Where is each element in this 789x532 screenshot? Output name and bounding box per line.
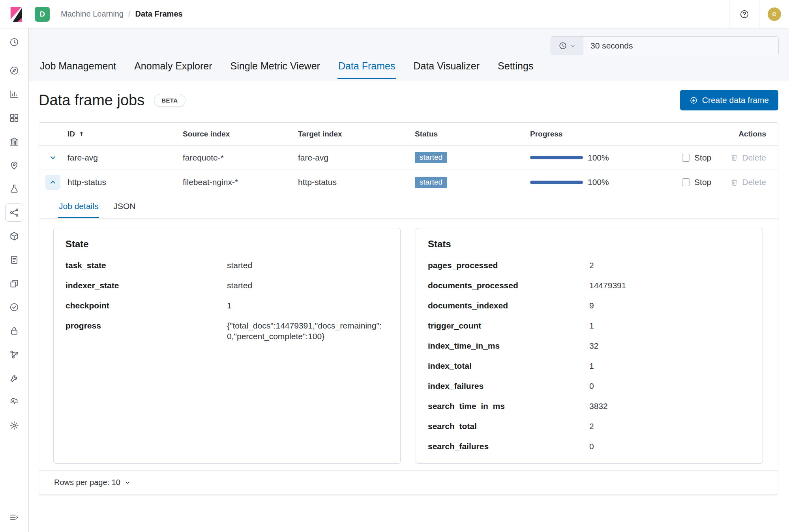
state-panel: State task_state started indexer_state s… [53, 228, 401, 464]
breadcrumb: Machine Learning / Data Frames [61, 9, 183, 19]
progress-bar [530, 181, 583, 184]
sidebar-item-maps[interactable] [5, 156, 23, 174]
table-header-row: ID Source index Target index Status Prog… [39, 123, 778, 146]
cell-progress: 100% [530, 153, 652, 162]
delete-label: Delete [742, 177, 766, 187]
column-header-source-index[interactable]: Source index [183, 130, 298, 138]
wrench-icon [9, 373, 19, 383]
collapse-nav-button[interactable] [5, 508, 23, 526]
stop-checkbox[interactable] [682, 154, 690, 162]
machine-learning-icon [9, 207, 19, 218]
expand-row-button[interactable] [45, 150, 60, 165]
kibana-logo-icon[interactable] [9, 7, 24, 22]
sidebar-item-siem[interactable] [5, 322, 23, 340]
refresh-interval-toggle[interactable] [551, 37, 583, 55]
chevron-up-icon [49, 178, 57, 186]
progress-percent: 100% [588, 153, 609, 162]
sidebar-item-discover[interactable] [5, 62, 23, 80]
breadcrumb-parent[interactable]: Machine Learning [61, 9, 124, 19]
sidebar-item-graph[interactable] [5, 345, 23, 364]
create-data-frame-button[interactable]: Create data frame [680, 90, 778, 110]
progress-bar [530, 156, 583, 159]
sidebar-item-canvas[interactable] [5, 133, 23, 151]
graph-nodes-icon [9, 349, 19, 360]
sidebar-item-uptime[interactable] [5, 298, 23, 316]
column-header-actions: Actions [652, 130, 778, 138]
refresh-interval-value[interactable]: 30 seconds [583, 37, 778, 55]
stats-row: trigger_count 1 [428, 315, 751, 336]
tab-data-frames[interactable]: Data Frames [337, 60, 396, 79]
tab-job-details[interactable]: Job details [58, 194, 99, 218]
breadcrumb-separator: / [128, 9, 131, 19]
cell-target-index: fare-avg [298, 153, 415, 162]
stop-label: Stop [694, 177, 711, 187]
stats-row: documents_processed 14479391 [428, 275, 751, 295]
column-header-progress[interactable]: Progress [530, 130, 652, 138]
collapse-menu-icon [9, 512, 19, 523]
check-circle-icon [9, 302, 19, 312]
help-menu-button[interactable] [729, 0, 759, 28]
stats-row: search_failures 0 [428, 436, 751, 456]
state-panel-title: State [66, 239, 388, 250]
sidebar-item-management[interactable] [5, 416, 23, 435]
chevron-down-icon [570, 43, 576, 49]
top-header-bar: D Machine Learning / Data Frames e [0, 0, 789, 28]
tab-anomaly-explorer[interactable]: Anomaly Explorer [133, 60, 213, 79]
user-avatar: e [768, 7, 781, 21]
sidebar-item-logs[interactable] [5, 251, 23, 269]
create-data-frame-label: Create data frame [702, 95, 769, 105]
stats-row: index_time_in_ms 32 [428, 336, 751, 356]
state-row: task_state started [66, 255, 388, 275]
sidebar-item-visualize[interactable] [5, 85, 23, 103]
stats-row: index_failures 0 [428, 376, 751, 396]
stop-checkbox[interactable] [682, 178, 690, 186]
cell-target-index: http-status [298, 177, 415, 187]
sidebar-item-dashboard[interactable] [5, 109, 23, 127]
delete-action[interactable]: Delete [730, 177, 766, 187]
sort-ascending-icon [78, 131, 85, 137]
sidebar-item-lens[interactable] [5, 180, 23, 198]
chevron-down-icon [124, 480, 131, 486]
stop-label: Stop [694, 153, 711, 162]
clock-icon [558, 41, 567, 50]
recently-viewed-button[interactable] [5, 33, 23, 51]
ml-nav-tabs: Job Management Anomaly Explorer Single M… [34, 60, 779, 79]
cell-actions: Stop Delete [652, 177, 778, 187]
table-row: fare-avg farequote-* fare-avg started 10… [39, 146, 778, 170]
bar-chart-icon [9, 89, 19, 99]
job-detail-panels: State task_state started indexer_state s… [39, 218, 778, 470]
document-icon [9, 255, 19, 265]
status-badge: started [415, 152, 447, 163]
top-strip: 30 seconds Job Management Anomaly Explor… [29, 28, 789, 81]
tab-settings[interactable]: Settings [497, 60, 534, 79]
collapse-row-button[interactable] [45, 175, 60, 190]
tab-json[interactable]: JSON [112, 194, 136, 218]
column-header-target-index[interactable]: Target index [298, 130, 415, 138]
super-date-picker: 30 seconds [551, 36, 779, 55]
sidebar-item-apm[interactable] [5, 274, 23, 293]
sidebar-item-monitoring[interactable] [5, 393, 23, 411]
rows-per-page-button[interactable]: Rows per page: 10 [39, 470, 778, 495]
delete-label: Delete [742, 153, 766, 162]
map-pin-icon [9, 160, 19, 170]
sidebar-item-dev-tools[interactable] [5, 369, 23, 387]
column-header-id[interactable]: ID [67, 130, 183, 138]
tab-job-management[interactable]: Job Management [39, 60, 117, 79]
cell-source-index: filebeat-nginx-* [183, 177, 298, 187]
sidebar-item-infrastructure[interactable] [5, 227, 23, 245]
tab-data-visualizer[interactable]: Data Visualizer [412, 60, 480, 79]
breadcrumb-current: Data Frames [135, 9, 183, 19]
stats-panel: Stats pages_processed 2 documents_proces… [416, 228, 763, 464]
sidebar-item-machine-learning[interactable] [5, 203, 23, 222]
clock-icon [9, 37, 19, 47]
user-menu-button[interactable]: e [759, 0, 789, 28]
app-nav-rail [0, 28, 29, 532]
tab-single-metric-viewer[interactable]: Single Metric Viewer [230, 60, 321, 79]
stats-row: index_total 1 [428, 356, 751, 376]
stop-action[interactable]: Stop [682, 153, 711, 162]
stats-row: search_time_in_ms 3832 [428, 396, 751, 416]
delete-action[interactable]: Delete [730, 153, 766, 162]
column-header-status[interactable]: Status [415, 130, 530, 138]
stop-action[interactable]: Stop [682, 177, 711, 187]
space-badge[interactable]: D [35, 7, 50, 22]
